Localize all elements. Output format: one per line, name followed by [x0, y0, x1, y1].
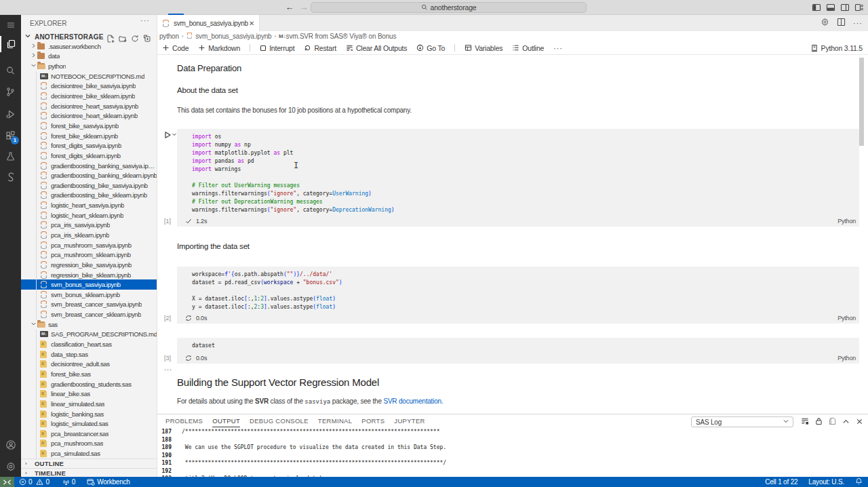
cell-indicator[interactable]: Cell 1 of 22 [765, 478, 797, 486]
tree-item-sas[interactable]: sas [21, 319, 157, 330]
tree-item-gradientboosting_bike_sasviya.ipynb[interactable]: gradientboosting_bike_sasviya.ipynb [21, 180, 157, 191]
panel-tab-problems[interactable]: PROBLEMS [165, 414, 203, 428]
tree-item-gradientboosting_banking_sasviya.ipynb[interactable]: gradientboosting_banking_sasviya.ipynb [21, 161, 157, 171]
tree-item-decisiontree_bike_sasviya.ipynb[interactable]: decisiontree_bike_sasviya.ipynb [21, 81, 157, 92]
tree-item-svm_breast_cancer_sasviya.ipynb[interactable]: svm_breast_cancer_sasviya.ipynb [21, 300, 157, 310]
tree-item-decisiontree_heart_sasviya.ipynb[interactable]: decisiontree_heart_sasviya.ipynb [21, 101, 157, 111]
editor-more-actions-icon[interactable]: ··· [853, 19, 863, 27]
tree-item-gradientboosting_banking_sklearn.ipynb[interactable]: gradientboosting_banking_sklearn.ipynb [21, 170, 157, 180]
panel-tab-debug-console[interactable]: DEBUG CONSOLE [250, 414, 309, 428]
tree-item-svm_bonus_sasviya.ipynb[interactable]: svm_bonus_sasviya.ipynb [21, 279, 157, 290]
tree-item-decisiontree_bike_sklearn.ipynb[interactable]: decisiontree_bike_sklearn.ipynb [21, 91, 157, 101]
tree-item-decisiontree_heart_sklearn.ipynb[interactable]: decisiontree_heart_sklearn.ipynb [21, 111, 157, 121]
run-cell-button[interactable] [163, 130, 177, 142]
search-sidebar-icon[interactable] [0, 61, 21, 80]
close-tab-icon[interactable]: ✕ [249, 20, 254, 27]
toggle-sidebar-icon[interactable] [812, 3, 821, 12]
cell-code[interactable]: workspace=f'{os.path.abspath("")}/../dat… [177, 267, 859, 311]
tree-item-pca_iris_sasviya.ipynb[interactable]: pca_iris_sasviya.ipynb [21, 220, 157, 231]
editor-scrollbar-thumb[interactable] [859, 58, 864, 146]
close-panel-icon[interactable] [856, 416, 863, 428]
toolbar-more-icon[interactable]: ··· [553, 44, 563, 52]
tree-item-NOTEBOOK_DESCRIPTIONS.md[interactable]: M↓NOTEBOOK_DESCRIPTIONS.md [21, 71, 157, 81]
notifications-bell-icon[interactable] [855, 478, 863, 486]
cell-language[interactable]: Python [837, 355, 856, 362]
cell-language[interactable]: Python [837, 315, 856, 322]
tree-item-logistic_heart_sasviya.ipynb[interactable]: logistic_heart_sasviya.ipynb [21, 200, 157, 210]
tree-item-data_step.sas[interactable]: data_step.sas [21, 349, 157, 359]
source-control-icon[interactable] [0, 82, 21, 101]
tree-item-regression_bike_sklearn.ipynb[interactable]: regression_bike_sklearn.ipynb [21, 270, 157, 280]
timeline-section[interactable]: › TIMELINE [21, 468, 157, 477]
breadcrumb-item-file[interactable]: svm_bonus_sasviya.ipynb [195, 33, 271, 40]
sas-extension-icon[interactable] [0, 167, 21, 186]
tree-item-python[interactable]: python [21, 61, 157, 71]
tree-item-linear_simulated.sas[interactable]: linear_simulated.sas [21, 399, 157, 409]
clear-all-outputs-button[interactable]: Clear All Outputs [346, 44, 407, 52]
explorer-icon[interactable] [0, 35, 21, 54]
tree-item-pca_mushroom.sas[interactable]: pca_mushroom.sas [21, 439, 157, 449]
code-cell-1[interactable]: import osimport numpy as npimport matplo… [177, 129, 859, 227]
panel-tab-output[interactable]: OUTPUT [212, 414, 240, 428]
command-center-search[interactable]: anotherstorage [311, 2, 587, 13]
tree-item-pca_mushroom_sklearn.ipynb[interactable]: pca_mushroom_sklearn.ipynb [21, 250, 157, 260]
tree-item-data[interactable]: data [21, 52, 157, 62]
settings-gear-icon[interactable] [0, 457, 21, 476]
tree-item-pca_simulated.sas[interactable]: pca_simulated.sas [21, 448, 157, 459]
tree-item-linear_bike.sas[interactable]: linear_bike.sas [21, 389, 157, 399]
add-markdown-cell-button[interactable]: Markdown [198, 44, 240, 52]
tab-svm-bonus-sasviya[interactable]: svm_bonus_sasviya.ipynb ✕ [157, 15, 260, 31]
customize-layout-icon[interactable] [854, 3, 864, 12]
tree-item-forest_bike.sas[interactable]: forest_bike.sas [21, 369, 157, 379]
restart-button[interactable]: Restart [304, 44, 336, 52]
workbench-indicator[interactable]: Workbench [87, 478, 130, 486]
remote-indicator[interactable] [0, 477, 14, 487]
breadcrumb-item-python[interactable]: python [159, 33, 179, 40]
split-editor-icon[interactable] [837, 17, 846, 29]
tree-item-classification_heart.sas[interactable]: classification_heart.sas [21, 339, 157, 349]
notebook-settings-gear-icon[interactable] [821, 17, 829, 29]
clear-output-icon[interactable] [801, 416, 809, 428]
panel-tab-ports[interactable]: PORTS [361, 414, 384, 428]
maximize-panel-icon[interactable] [842, 416, 850, 428]
cell-code[interactable]: dataset [177, 338, 859, 350]
tree-item-forest_bike_sklearn.ipynb[interactable]: forest_bike_sklearn.ipynb [21, 131, 157, 141]
cell-collapsed-dots[interactable]: ... [164, 364, 172, 372]
explorer-more-icon[interactable]: ··· [140, 16, 150, 24]
tree-item-SAS_PROGRAM_DESCRIPTIONS.md[interactable]: M↓SAS_PROGRAM_DESCRIPTIONS.md [21, 330, 157, 340]
outline-section[interactable]: › OUTLINE [21, 459, 157, 468]
cell-language[interactable]: Python [837, 218, 856, 225]
code-cell-2[interactable]: workspace=f'{os.path.abspath("")}/../dat… [177, 267, 859, 324]
tree-item-decisiontree_adult.sas[interactable]: decisiontree_adult.sas [21, 359, 157, 370]
run-debug-icon[interactable] [0, 104, 21, 123]
tree-item-forest_digits_sasviya.ipynb[interactable]: forest_digits_sasviya.ipynb [21, 140, 157, 151]
tree-item-gradientboosting_bike_sklearn.ipynb[interactable]: gradientboosting_bike_sklearn.ipynb [21, 191, 157, 201]
extensions-icon[interactable]: 1 [0, 126, 21, 145]
tree-item-logistic_heart_sklearn.ipynb[interactable]: logistic_heart_sklearn.ipynb [21, 210, 157, 220]
cell-code[interactable]: import osimport numpy as npimport matplo… [177, 129, 859, 214]
open-output-in-editor-icon[interactable] [829, 416, 836, 428]
tree-item-forest_digits_sklearn.ipynb[interactable]: forest_digits_sklearn.ipynb [21, 151, 157, 161]
panel-tab-terminal[interactable]: TERMINAL [318, 414, 352, 428]
toggle-secondary-sidebar-icon[interactable] [840, 3, 850, 12]
svr-documentation-link[interactable]: SVR documentation. [383, 397, 443, 405]
tree-item-.sasuser.workbench[interactable]: .sasuser.workbench [21, 41, 157, 52]
tree-item-pca_iris_sklearn.ipynb[interactable]: pca_iris_sklearn.ipynb [21, 230, 157, 240]
variables-button[interactable]: Variables [465, 44, 502, 52]
toggle-panel-icon[interactable] [826, 3, 835, 12]
tree-item-regression_bike_sasviya.ipynb[interactable]: regression_bike_sasviya.ipynb [21, 260, 157, 270]
add-code-cell-button[interactable]: Code [162, 44, 189, 52]
tree-item-pca_breastcancer.sas[interactable]: pca_breastcancer.sas [21, 429, 157, 439]
tree-item-pca_mushroom_sasviya.ipynb[interactable]: pca_mushroom_sasviya.ipynb [21, 240, 157, 250]
account-icon[interactable] [0, 435, 21, 454]
tree-item-svm_bonus_sklearn.ipynb[interactable]: svm_bonus_sklearn.ipynb [21, 290, 157, 300]
tree-item-forest_bike_sasviya.ipynb[interactable]: forest_bike_sasviya.ipynb [21, 121, 157, 131]
ports-indicator[interactable]: 0 [62, 478, 75, 486]
interrupt-button[interactable]: Interrupt [260, 44, 294, 52]
back-arrow-icon[interactable]: ← [284, 2, 295, 13]
go-to-button[interactable]: Go To [416, 44, 445, 52]
menu-icon[interactable] [0, 16, 21, 35]
tree-item-logistic_simulated.sas[interactable]: logistic_simulated.sas [21, 418, 157, 429]
panel-tab-jupyter[interactable]: JUPYTER [394, 414, 425, 428]
breadcrumb-item-heading[interactable]: svm.SVR from SAS® Viya® on Bonus [286, 33, 397, 40]
